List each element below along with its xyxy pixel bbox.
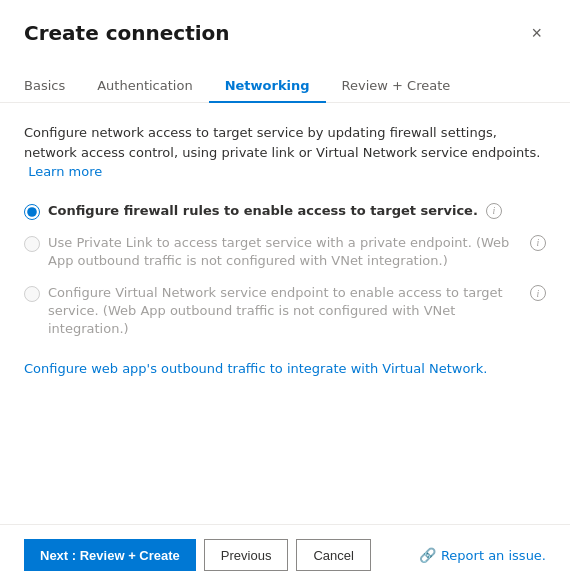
learn-more-link[interactable]: Learn more <box>28 164 102 179</box>
next-button[interactable]: Next : Review + Create <box>24 539 196 571</box>
report-icon: 🔗 <box>419 547 436 563</box>
tab-authentication[interactable]: Authentication <box>81 70 208 103</box>
option-vnet-label: Configure Virtual Network service endpoi… <box>48 284 522 339</box>
report-issue-link[interactable]: 🔗 Report an issue. <box>419 547 546 563</box>
option-private-link-info-icon[interactable]: i <box>530 235 546 251</box>
cancel-button[interactable]: Cancel <box>296 539 370 571</box>
option-firewall-label: Configure firewall rules to enable acces… <box>48 202 478 220</box>
option-vnet-radio[interactable] <box>24 286 40 302</box>
option-vnet-row: Configure Virtual Network service endpoi… <box>24 284 546 339</box>
outbound-traffic-link[interactable]: Configure web app's outbound traffic to … <box>24 361 487 376</box>
option-firewall-radio[interactable] <box>24 204 40 220</box>
tab-networking[interactable]: Networking <box>209 70 326 103</box>
create-connection-dialog: Create connection × Basics Authenticatio… <box>0 0 570 585</box>
option-private-link-label: Use Private Link to access target servic… <box>48 234 522 270</box>
dialog-header: Create connection × <box>0 0 570 46</box>
option-firewall-info-icon[interactable]: i <box>486 203 502 219</box>
option-vnet-info-icon[interactable]: i <box>530 285 546 301</box>
tab-bar: Basics Authentication Networking Review … <box>0 54 570 103</box>
content-area: Configure network access to target servi… <box>0 103 570 524</box>
report-label: Report an issue. <box>441 548 546 563</box>
option-private-link-radio[interactable] <box>24 236 40 252</box>
description-text: Configure network access to target servi… <box>24 123 546 182</box>
option-firewall-row: Configure firewall rules to enable acces… <box>24 202 546 220</box>
tab-basics[interactable]: Basics <box>24 70 81 103</box>
option-private-link-row: Use Private Link to access target servic… <box>24 234 546 270</box>
footer: Next : Review + Create Previous Cancel 🔗… <box>0 524 570 585</box>
previous-button[interactable]: Previous <box>204 539 289 571</box>
dialog-title: Create connection <box>24 21 230 45</box>
tab-review-create[interactable]: Review + Create <box>326 70 467 103</box>
close-button[interactable]: × <box>527 20 546 46</box>
